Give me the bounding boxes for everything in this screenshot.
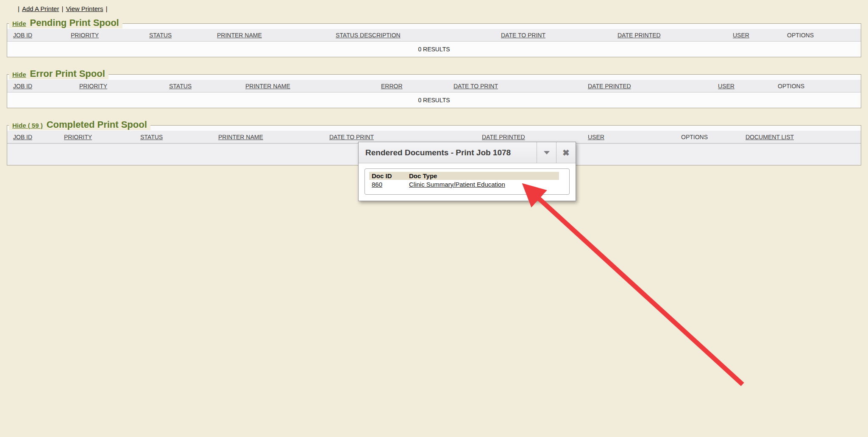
popup-collapse-button[interactable] xyxy=(537,142,556,163)
column-header-date-printed[interactable]: DATE PRINTED xyxy=(582,83,712,90)
column-header-status[interactable]: STATUS xyxy=(163,83,239,90)
error-hide-link[interactable]: Hide xyxy=(12,71,26,78)
column-header-options: OPTIONS xyxy=(781,32,861,39)
column-header-options: OPTIONS xyxy=(772,83,861,90)
close-icon: ✖ xyxy=(562,148,570,157)
rendered-documents-popup: Rendered Documents - Print Job 1078 ✖ Do… xyxy=(358,142,576,201)
nav-separator: | xyxy=(18,5,19,12)
doc-type-link[interactable]: Clinic Summary/Patient Education xyxy=(409,181,562,188)
column-header-priority[interactable]: PRIORITY xyxy=(73,83,163,90)
nav-separator: | xyxy=(106,5,107,12)
column-header-date-to-print[interactable]: DATE TO PRINT xyxy=(323,134,476,140)
column-header-printer-name[interactable]: PRINTER NAME xyxy=(211,32,330,39)
column-header-job-id[interactable]: JOB ID xyxy=(7,134,58,140)
column-header-printer-name[interactable]: PRINTER NAME xyxy=(212,134,323,140)
column-header-status[interactable]: STATUS xyxy=(143,32,211,39)
column-header-status-description[interactable]: STATUS DESCRIPTION xyxy=(330,32,495,39)
doc-id-link[interactable]: 860 xyxy=(372,181,409,188)
popup-title-bar: Rendered Documents - Print Job 1078 ✖ xyxy=(359,142,576,163)
column-header-job-id[interactable]: JOB ID xyxy=(7,83,73,90)
column-header-date-printed[interactable]: DATE PRINTED xyxy=(612,32,727,39)
column-header-job-id[interactable]: JOB ID xyxy=(7,32,65,39)
doc-table-header-row: Doc ID Doc Type xyxy=(369,172,559,180)
chevron-down-icon xyxy=(544,151,550,154)
annotation-arrow xyxy=(0,0,868,437)
doc-table-row: 860 Clinic Summary/Patient Education xyxy=(369,180,565,189)
column-header-user[interactable]: USER xyxy=(727,32,781,39)
error-table: JOB IDPRIORITYSTATUSPRINTER NAMEERRORDAT… xyxy=(7,80,861,108)
pending-section-title: Pending Print Spool xyxy=(30,17,119,28)
popup-close-button[interactable]: ✖ xyxy=(556,142,576,163)
column-header-options: OPTIONS xyxy=(675,134,740,140)
column-header-priority[interactable]: PRIORITY xyxy=(58,134,134,140)
doc-id-column-header: Doc ID xyxy=(372,172,409,179)
document-list-box: Doc ID Doc Type 860 Clinic Summary/Patie… xyxy=(364,168,570,195)
popup-body: Doc ID Doc Type 860 Clinic Summary/Patie… xyxy=(359,163,576,201)
column-header-user[interactable]: USER xyxy=(582,134,675,140)
column-header-error[interactable]: ERROR xyxy=(375,83,448,90)
doc-type-column-header: Doc Type xyxy=(409,172,556,179)
popup-title: Rendered Documents - Print Job 1078 xyxy=(359,142,537,163)
column-header-date-printed[interactable]: DATE PRINTED xyxy=(476,134,582,140)
nav-separator: | xyxy=(61,5,63,12)
column-header-status[interactable]: STATUS xyxy=(134,134,212,140)
top-nav: |Add A Printer|View Printers| xyxy=(0,0,868,12)
completed-hide-link[interactable]: Hide ( 59 ) xyxy=(12,122,43,129)
completed-section-title: Completed Print Spool xyxy=(47,119,147,130)
pending-section-legend: Hide Pending Print Spool xyxy=(9,17,122,28)
pending-print-spool-section: Hide Pending Print Spool JOB IDPRIORITYS… xyxy=(7,23,861,57)
error-print-spool-section: Hide Error Print Spool JOB IDPRIORITYSTA… xyxy=(7,74,861,108)
column-header-priority[interactable]: PRIORITY xyxy=(65,32,143,39)
completed-section-legend: Hide ( 59 ) Completed Print Spool xyxy=(9,119,150,130)
error-table-header-row: JOB IDPRIORITYSTATUSPRINTER NAMEERRORDAT… xyxy=(7,80,861,92)
column-header-document-list[interactable]: DOCUMENT LIST xyxy=(740,134,861,140)
column-header-printer-name[interactable]: PRINTER NAME xyxy=(239,83,375,90)
view-printers-link[interactable]: View Printers xyxy=(66,5,103,12)
column-header-date-to-print[interactable]: DATE TO PRINT xyxy=(448,83,582,90)
error-section-legend: Hide Error Print Spool xyxy=(9,68,108,79)
column-header-user[interactable]: USER xyxy=(712,83,772,90)
add-a-printer-link[interactable]: Add A Printer xyxy=(22,5,59,12)
pending-table-header-row: JOB IDPRIORITYSTATUSPRINTER NAMESTATUS D… xyxy=(7,29,861,42)
pending-empty-results: 0 RESULTS xyxy=(7,42,861,57)
pending-table: JOB IDPRIORITYSTATUSPRINTER NAMESTATUS D… xyxy=(7,29,861,57)
pending-hide-link[interactable]: Hide xyxy=(12,20,26,27)
error-empty-results: 0 RESULTS xyxy=(7,92,861,108)
error-section-title: Error Print Spool xyxy=(30,68,105,79)
column-header-date-to-print[interactable]: DATE TO PRINT xyxy=(495,32,612,39)
